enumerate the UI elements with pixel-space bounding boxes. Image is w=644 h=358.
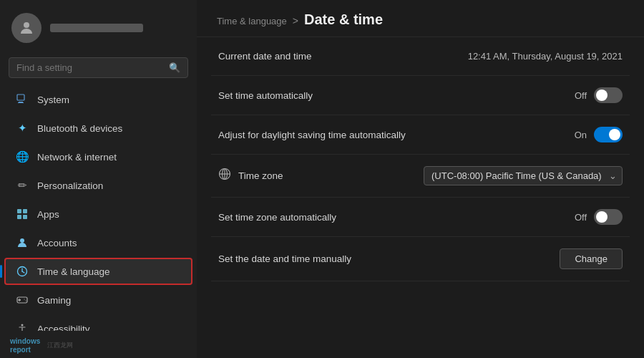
accessibility-icon	[16, 322, 29, 331]
svg-rect-5	[23, 209, 27, 213]
main-content: Time & language > Date & time Current da…	[197, 0, 644, 358]
toggle-knob	[609, 129, 620, 140]
username-bar	[50, 24, 143, 32]
toggle-set-tz-auto[interactable]	[594, 209, 623, 225]
time-zone-dropdown-wrapper: (UTC-08:00) Pacific Time (US & Canada)	[424, 166, 623, 185]
bluetooth-icon: ✦	[16, 122, 29, 135]
setting-label: Set time zone automatically	[218, 212, 336, 223]
search-area: 🔍	[0, 53, 197, 85]
sidebar-item-label: System	[37, 95, 69, 105]
setting-value-toggle-daylight: On	[575, 127, 623, 142]
setting-label: Set time automatically	[218, 90, 313, 101]
sidebar-item-personalization[interactable]: ✏ Personalization	[4, 172, 192, 199]
toggle-daylight-saving[interactable]	[594, 127, 623, 142]
setting-row-daylight-saving: Adjust for daylight saving time automati…	[211, 115, 630, 155]
sidebar-item-accessibility[interactable]: Accessibility	[4, 315, 192, 331]
svg-point-8	[20, 238, 24, 243]
svg-rect-3	[18, 102, 24, 103]
sidebar: 🔍 System ✦ Bluetooth & devices 🌐 Network…	[0, 0, 197, 358]
setting-row-time-zone: Time zone (UTC-08:00) Pacific Time (US &…	[211, 155, 630, 198]
search-box[interactable]: 🔍	[9, 57, 188, 78]
sidebar-item-bluetooth[interactable]: ✦ Bluetooth & devices	[4, 115, 192, 142]
sidebar-item-label: Accounts	[37, 238, 77, 248]
sidebar-item-system[interactable]: System	[4, 86, 192, 113]
toggle-set-time-auto[interactable]	[594, 87, 623, 103]
page-header: Time & language > Date & time	[197, 0, 644, 37]
time-zone-icon	[218, 168, 231, 184]
settings-rows: Current date and time 12:41 AM, Thursday…	[197, 37, 644, 358]
nav-items: System ✦ Bluetooth & devices 🌐 Network &…	[0, 85, 197, 331]
time-icon	[16, 265, 29, 278]
watermark-suffix: 江西龙网	[47, 341, 73, 350]
toggle-on-label: On	[575, 130, 587, 140]
sidebar-item-accounts[interactable]: Accounts	[4, 229, 192, 256]
system-icon	[16, 93, 29, 106]
setting-row-set-tz-auto: Set time zone automatically Off	[211, 198, 630, 237]
toggle-knob	[596, 211, 608, 223]
sidebar-item-label: Gaming	[37, 295, 71, 306]
toggle-off-label: Off	[575, 90, 587, 101]
sidebar-item-time[interactable]: Time & language	[4, 258, 192, 285]
search-input[interactable]	[16, 62, 163, 73]
sidebar-item-apps[interactable]: Apps	[4, 200, 192, 228]
network-icon: 🌐	[16, 150, 29, 163]
svg-point-17	[25, 300, 26, 301]
sidebar-item-network[interactable]: 🌐 Network & internet	[4, 143, 192, 170]
apps-icon	[16, 208, 29, 221]
setting-value-toggle-time: Off	[575, 87, 623, 103]
sidebar-item-label: Network & internet	[37, 152, 117, 163]
time-zone-dropdown[interactable]: (UTC-08:00) Pacific Time (US & Canada)	[424, 166, 623, 185]
setting-value-toggle-tz: Off	[575, 209, 623, 225]
setting-label: Current date and time	[218, 51, 312, 62]
toggle-knob	[596, 90, 608, 101]
sidebar-item-label: Bluetooth & devices	[37, 123, 122, 134]
setting-row-set-time-auto: Set time automatically Off	[211, 76, 630, 115]
search-icon: 🔍	[169, 62, 180, 73]
svg-point-0	[24, 22, 29, 28]
sidebar-item-label: Time & language	[37, 266, 110, 277]
setting-row-set-manually: Set the date and time manually Change	[211, 237, 630, 281]
svg-rect-7	[23, 215, 27, 219]
gaming-icon	[16, 294, 29, 306]
breadcrumb-parent: Time & language	[217, 16, 287, 26]
sidebar-item-label: Apps	[37, 209, 59, 220]
svg-point-18	[21, 324, 24, 326]
setting-label: Time zone	[218, 168, 283, 184]
setting-label: Adjust for daylight saving time automati…	[218, 130, 406, 140]
svg-line-11	[22, 271, 24, 273]
svg-rect-1	[17, 95, 24, 100]
watermark: windows report 江西龙网	[0, 331, 197, 358]
setting-label: Set the date and time manually	[218, 253, 351, 264]
personalization-icon: ✏	[16, 179, 29, 192]
page-title: Date & time	[304, 11, 383, 28]
svg-rect-4	[17, 209, 21, 213]
toggle-off-tz-label: Off	[575, 212, 587, 223]
watermark-text: windows report	[10, 337, 40, 354]
svg-rect-6	[17, 215, 21, 219]
change-button[interactable]: Change	[560, 248, 623, 269]
profile-area	[0, 0, 197, 53]
breadcrumb-arrow: >	[293, 15, 298, 26]
accounts-icon	[16, 236, 29, 249]
svg-rect-2	[19, 102, 23, 102]
setting-value-date: 12:41 AM, Thursday, August 19, 2021	[468, 51, 623, 62]
breadcrumb: Time & language > Date & time	[217, 11, 624, 28]
sidebar-item-label: Accessibility	[37, 324, 90, 332]
sidebar-item-gaming[interactable]: Gaming	[4, 286, 192, 314]
sidebar-item-label: Personalization	[37, 180, 103, 191]
setting-row-current-date-time: Current date and time 12:41 AM, Thursday…	[211, 37, 630, 76]
avatar	[11, 13, 42, 43]
svg-point-16	[24, 299, 24, 299]
